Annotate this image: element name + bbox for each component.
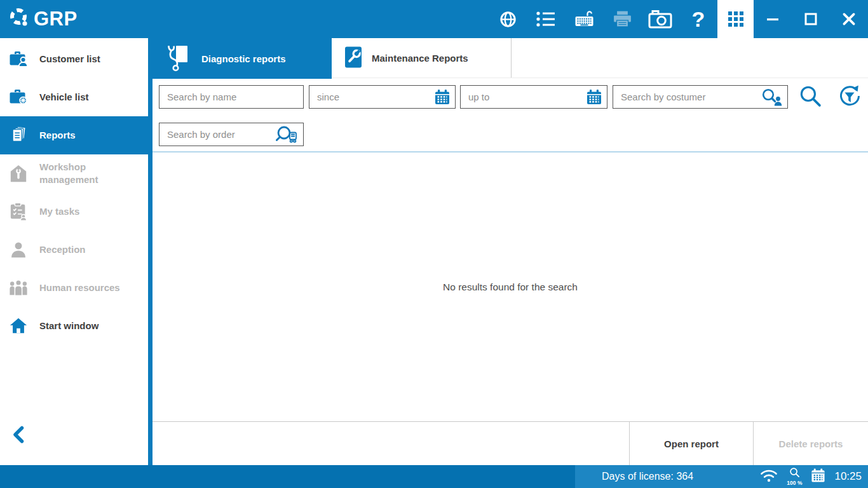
search-truck-icon[interactable] — [275, 125, 303, 144]
zoom-level-text: 100 % — [787, 480, 802, 486]
maximize-button[interactable] — [792, 0, 830, 38]
tab-label: Diagnostic reports — [201, 53, 286, 64]
search-person-icon[interactable] — [760, 88, 787, 107]
action-bar: Open report Delete reports — [153, 421, 868, 465]
tab-diagnostic-reports[interactable]: Diagnostic reports — [153, 38, 332, 79]
help-icon[interactable]: ? — [679, 0, 717, 38]
documents-icon — [8, 125, 29, 146]
search-by-name-input[interactable] — [159, 92, 303, 102]
sidebar-item-label: Vehicle list — [39, 91, 89, 104]
sidebar-item-label: Human resources — [39, 281, 120, 294]
briefcase-wheel-icon — [8, 87, 29, 107]
license-days-text: Days of license: 364 — [602, 471, 693, 482]
search-button[interactable] — [797, 85, 823, 110]
since-date-input[interactable] — [309, 92, 434, 102]
up-to-date-input[interactable] — [461, 92, 586, 102]
tab-maintenance-reports[interactable]: Maintenance Reports — [332, 38, 512, 78]
search-by-name-field[interactable] — [159, 85, 304, 109]
open-report-button[interactable]: Open report — [629, 422, 754, 465]
sidebar-item-label: My tasks — [39, 205, 79, 218]
sidebar-item-label: Workshop management — [39, 161, 135, 187]
status-bar: Days of license: 364 — [0, 465, 868, 488]
stethoscope-report-icon — [165, 43, 192, 74]
top-bar: GRP — [0, 0, 868, 38]
sidebar-item-start-window[interactable]: Start window — [0, 307, 148, 345]
keyboard-icon[interactable] — [565, 0, 603, 38]
sidebar-accent-strip — [148, 38, 153, 465]
sidebar: Customer list Vehicle list — [0, 38, 148, 465]
filter-reset-icon — [837, 84, 862, 111]
delete-reports-button[interactable]: Delete reports — [754, 422, 868, 465]
up-to-date-field[interactable] — [460, 85, 607, 109]
open-report-label: Open report — [664, 438, 719, 449]
sidebar-item-reports[interactable]: Reports — [0, 116, 153, 154]
calendar-icon[interactable] — [434, 89, 455, 105]
sidebar-item-label: Reports — [39, 129, 76, 142]
sidebar-item-label: Customer list — [39, 53, 100, 65]
chevron-left-icon — [11, 435, 25, 445]
calendar-icon[interactable] — [586, 89, 607, 105]
sidebar-item-vehicle-list[interactable]: Vehicle list — [0, 78, 148, 116]
search-by-customer-input[interactable] — [613, 92, 760, 102]
briefcase-person-icon — [8, 49, 29, 69]
sidebar-item-reception[interactable]: Reception — [0, 231, 148, 269]
globe-icon[interactable] — [489, 0, 527, 38]
wifi-icon[interactable] — [760, 468, 778, 485]
grp-logo-icon — [8, 7, 30, 31]
search-by-order-input[interactable] — [159, 129, 275, 140]
filter-panel — [153, 78, 868, 152]
zoom-indicator[interactable]: 100 % — [787, 467, 802, 486]
people-icon — [8, 278, 29, 298]
sidebar-item-label: Reception — [39, 243, 86, 256]
search-by-customer-field[interactable] — [613, 85, 788, 109]
tab-bar: Diagnostic reports Maintenance Reports — [153, 38, 868, 78]
camera-icon[interactable] — [641, 0, 679, 38]
app-window: GRP — [0, 0, 868, 488]
house-wrench-icon — [8, 163, 29, 184]
topbar-toolbar: ? — [489, 0, 868, 38]
status-icons: 100 % 10:25 — [760, 467, 868, 486]
apps-grid-icon[interactable] — [717, 0, 754, 38]
app-title: GRP — [34, 8, 78, 30]
empty-results-message: No results found for the search — [443, 281, 578, 293]
close-button[interactable] — [830, 0, 868, 38]
wrench-icon — [344, 46, 362, 71]
sidebar-collapse-button[interactable] — [11, 426, 25, 446]
filter-reset-button[interactable] — [837, 85, 862, 110]
home-icon — [8, 316, 29, 336]
person-icon — [8, 240, 29, 260]
minimize-button[interactable] — [754, 0, 792, 38]
zoom-magnifier-icon — [789, 467, 800, 480]
status-bar-right-segment: Days of license: 364 — [575, 465, 868, 488]
since-date-field[interactable] — [309, 85, 456, 109]
sidebar-item-workshop-management[interactable]: Workshop management — [0, 154, 148, 193]
sidebar-item-my-tasks[interactable]: My tasks — [0, 193, 148, 231]
delete-reports-label: Delete reports — [779, 438, 843, 449]
tab-label: Maintenance Reports — [372, 53, 468, 64]
calendar-icon[interactable] — [811, 468, 825, 485]
sidebar-item-customer-list[interactable]: Customer list — [0, 40, 148, 78]
main-content: Diagnostic reports Maintenance Reports — [153, 38, 868, 465]
clipboard-person-icon — [8, 201, 29, 222]
printer-icon[interactable] — [603, 0, 641, 38]
list-icon[interactable] — [527, 0, 565, 38]
search-by-order-field[interactable] — [159, 123, 304, 146]
sidebar-item-label: Start window — [39, 320, 98, 332]
clock-text: 10:25 — [834, 470, 862, 483]
search-icon — [799, 85, 822, 111]
results-area: No results found for the search — [153, 152, 868, 421]
app-logo: GRP — [0, 7, 78, 31]
sidebar-item-human-resources[interactable]: Human resources — [0, 269, 148, 307]
